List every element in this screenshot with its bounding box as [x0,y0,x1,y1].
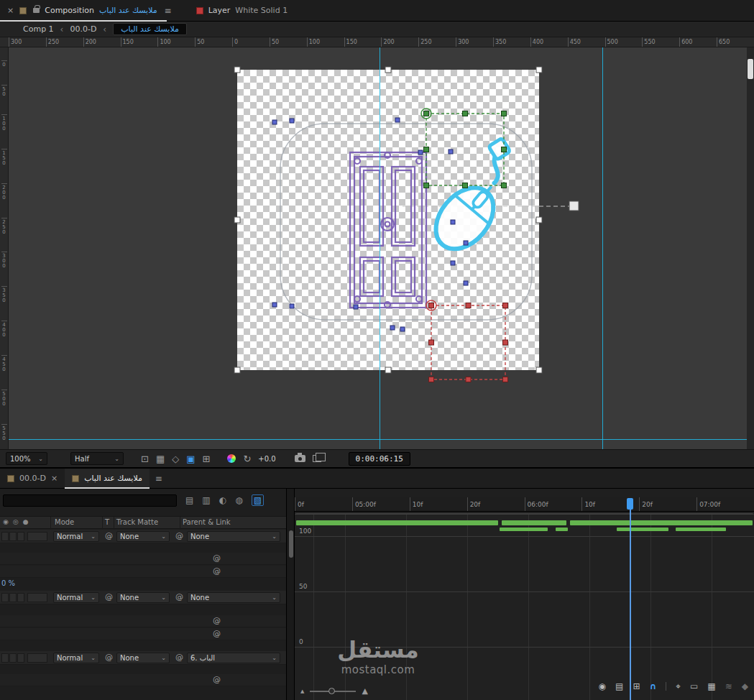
pickwhip-icon[interactable]: @ [105,653,113,662]
timecode-display[interactable]: 0:00:06:15 [349,452,410,466]
reset-exposure-icon[interactable]: ↻ [243,454,251,464]
grid-icon[interactable]: ⊞ [633,681,640,691]
parent-select[interactable]: 6. الباب ⌄ [187,653,280,663]
wave-icon[interactable]: ≋ [725,681,732,691]
audio-icon[interactable]: ◎ [13,518,19,525]
graph-editor-icon[interactable]: ▧ [252,494,264,506]
show-snapshot-icon[interactable] [313,455,321,462]
pickwhip-icon[interactable]: @ [105,592,113,602]
panel-menu-icon[interactable]: ≡ [165,6,172,16]
transparency-grid-icon[interactable]: ▦ [156,454,165,464]
layer-tab[interactable]: Layer White Solid 1 [196,6,288,15]
column-parent-link[interactable]: Parent & Link [183,518,231,526]
panel-close-icon[interactable]: × [7,6,14,15]
timeline-tab-precomp[interactable]: 00.0-D × [0,469,65,489]
pickwhip-icon[interactable]: @ [175,531,183,540]
timeline-zoom-slider[interactable]: ▲ ▲ [300,686,368,696]
film-icon[interactable]: ▦ [707,681,715,691]
timeline-vertical-scrollbar[interactable] [286,489,295,700]
track-matte-select[interactable]: None ⌄ [116,531,170,542]
property-row[interactable]: @ [0,553,286,565]
timeline-scrollbar-thumb[interactable] [289,530,293,558]
keyframe-bar-segment[interactable] [296,520,498,525]
composition-flowchart-icon[interactable]: ▤ [185,495,193,505]
exposure-value[interactable]: +0.0 [258,455,275,463]
lock-icon[interactable] [33,8,40,13]
solo-icon[interactable]: ● [23,518,29,525]
parent-select[interactable]: None ⌄ [187,531,280,542]
motion-blur-icon[interactable]: ◐ [219,495,226,505]
eye-icon[interactable]: ◉ [599,681,606,691]
layer-row[interactable]: Normal ⌄ @ None ⌄ @ None ⌄ [0,591,286,604]
track-matte-select[interactable]: None ⌄ [116,653,170,663]
composition-tab-name[interactable]: ملابسك عند الباب [99,6,157,15]
grid-options-icon[interactable]: ▣ [186,454,195,464]
zoom-out-icon[interactable]: ▲ [300,689,304,694]
frame-blend-icon[interactable]: ▥ [202,495,210,505]
tab-close-icon[interactable]: × [51,474,58,483]
timeline-search-input[interactable] [3,494,177,507]
viewport-scrollbar[interactable] [747,47,754,449]
breadcrumb-current[interactable]: ملابسك عند الباب [113,23,187,35]
zoom-region-icon[interactable]: ⌖ [676,681,681,691]
breadcrumb-comp1[interactable]: Comp 1 [23,24,54,34]
composition-viewport[interactable] [9,47,747,449]
resolution-select[interactable]: Half ⌄ [70,452,124,465]
pickwhip-icon[interactable]: @ [213,675,221,684]
keyframe-bar-segment[interactable] [617,528,668,531]
pickwhip-icon[interactable]: @ [213,566,221,576]
keyframe-bar-segment[interactable] [570,520,753,525]
frame-icon[interactable]: ▭ [690,681,698,691]
column-track-matte[interactable]: Track Matte [116,518,158,526]
pickwhip-icon[interactable]: @ [175,653,183,662]
playhead-grip[interactable] [627,498,633,510]
eye-icon[interactable]: ◉ [3,518,9,525]
zoom-in-icon[interactable]: ▲ [362,686,367,696]
magnification-select[interactable]: 100% ⌄ [6,452,47,465]
pickwhip-icon[interactable]: @ [213,616,221,625]
column-t[interactable]: T [105,518,109,526]
layer-row[interactable]: Normal ⌄ @ None ⌄ @ 6. الباب ⌄ [0,651,286,665]
property-row[interactable]: @ [0,674,286,686]
time-ruler[interactable]: 0f05:00f10f20f06:00f10f20f07:00f [295,497,754,512]
opacity-value[interactable]: 0 % [1,579,15,587]
red-selection-box[interactable] [426,300,508,382]
blend-mode-select[interactable]: Normal ⌄ [53,653,99,663]
blend-mode-select[interactable]: Normal ⌄ [53,592,99,603]
viewport-scrollbar-thumb[interactable] [748,59,753,79]
horizontal-ruler[interactable]: 3002502001501005005010015020025030035040… [9,37,754,47]
pickwhip-icon[interactable]: @ [213,629,221,638]
rulers-icon[interactable]: ⊞ [203,454,211,464]
effect-control-handle[interactable] [569,201,579,211]
keyframe-bar-segment[interactable] [556,528,568,531]
keyframe-bar-segment[interactable] [502,520,566,525]
mask-visibility-icon[interactable]: ◇ [172,454,179,464]
vertical-guide-2[interactable] [602,47,603,449]
keyframe-diamond-icon[interactable]: ◆ [742,681,748,691]
blend-mode-select[interactable]: Normal ⌄ [53,531,99,542]
property-row[interactable]: @ [0,628,286,640]
keyframe-bar-segment[interactable] [500,528,548,531]
pickwhip-icon[interactable]: @ [175,592,183,602]
parent-select[interactable]: None ⌄ [187,592,280,603]
pickwhip-icon[interactable]: @ [213,553,221,563]
track-matte-select[interactable]: None ⌄ [116,592,170,603]
zoom-slider-knob[interactable] [328,688,335,694]
column-mode[interactable]: Mode [55,518,74,526]
property-row[interactable]: @ [0,566,286,578]
composition-tab-label[interactable]: Composition [45,6,94,15]
notes-icon[interactable]: ▤ [615,681,623,691]
pickwhip-icon[interactable]: @ [105,531,113,540]
door-drawing[interactable] [350,152,426,308]
snapshot-camera-icon[interactable] [295,455,305,462]
brainstorm-icon[interactable]: ◍ [235,495,242,505]
timeline-menu-icon[interactable]: ≡ [155,474,162,484]
breadcrumb-precomp[interactable]: 00.0-D [70,24,96,34]
property-row[interactable]: @ [0,615,286,627]
horizontal-guide[interactable] [9,439,747,440]
color-management-icon[interactable] [227,454,236,463]
region-of-interest-icon[interactable]: ⊡ [141,454,149,464]
playhead-line[interactable] [630,498,631,700]
snap-icon[interactable]: ∩ [650,681,657,691]
layer-row[interactable]: Normal ⌄ @ None ⌄ @ None ⌄ [0,530,286,543]
